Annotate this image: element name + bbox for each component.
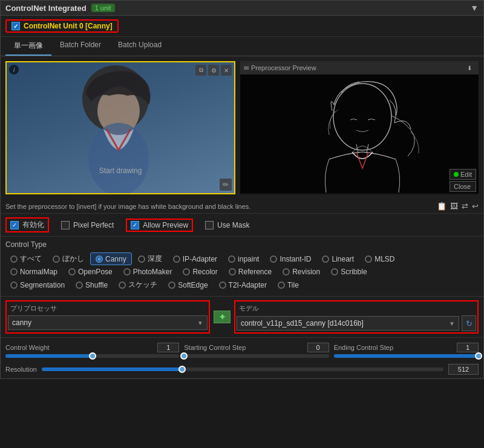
canvas-settings-btn[interactable]: ⚙ — [208, 65, 219, 76]
radio-shuffle[interactable]: Shuffle — [71, 278, 113, 291]
resolution-fill — [42, 367, 182, 371]
tab-single-image[interactable]: 単一画像 — [5, 37, 51, 56]
pixel-perfect-checkbox[interactable] — [61, 221, 70, 229]
radio-scribble-circle — [331, 268, 338, 275]
hint-copy-icon[interactable]: 📋 — [437, 202, 446, 211]
control-type-row2: NormalMap OpenPose PhotoMaker Recolor Re… — [5, 266, 479, 277]
canvas-info-icon: i — [9, 65, 19, 74]
control-weight-group: Control Weight 1 — [5, 343, 179, 358]
allow-preview-wrapper: ✓ Allow Preview — [126, 219, 193, 232]
radio-all[interactable]: すべて — [5, 252, 47, 265]
preview-header: ✉ Preprocessor Preview ⬇ — [240, 61, 479, 74]
radio-softedge[interactable]: SoftEdge — [163, 278, 212, 291]
radio-canny[interactable]: Canny — [90, 252, 132, 265]
app-container: ControlNet Integrated 1 unit ▼ ✓ Control… — [0, 0, 484, 379]
hint-swap-icon[interactable]: ⇄ — [462, 202, 468, 211]
hint-image-icon[interactable]: 🖼 — [450, 202, 458, 211]
radio-mlsd-circle — [365, 255, 372, 263]
resolution-value[interactable]: 512 — [448, 364, 479, 375]
ending-step-thumb — [475, 352, 482, 360]
pixel-perfect-text: Pixel Perfect — [73, 221, 114, 229]
radio-sketch-circle — [119, 282, 126, 289]
use-mask-label[interactable]: Use Mask — [205, 221, 249, 229]
svg-point-2 — [88, 123, 149, 193]
radio-revision[interactable]: Revision — [278, 266, 325, 277]
image-row: i ⧉ ⚙ ✕ ✏ Start drawing ✉ Preprocessor P… — [1, 56, 483, 199]
canvas-copy-btn[interactable]: ⧉ — [195, 65, 206, 76]
radio-normalmap-circle — [10, 268, 18, 275]
canvas-controls: ⧉ ⚙ ✕ — [195, 65, 232, 76]
radio-blur-circle — [53, 255, 60, 263]
model-refresh-button[interactable]: ↻ — [462, 315, 476, 331]
starting-step-group: Starting Control Step 0 — [184, 343, 329, 358]
radio-reference[interactable]: Reference — [224, 266, 276, 277]
radio-lineart-circle — [322, 255, 329, 263]
radio-normalmap[interactable]: NormalMap — [5, 266, 62, 277]
use-mask-checkbox[interactable] — [205, 221, 214, 229]
tab-batch-folder[interactable]: Batch Folder — [51, 37, 110, 56]
radio-mlsd[interactable]: MLSD — [360, 252, 399, 265]
radio-scribble[interactable]: Scribble — [326, 266, 371, 277]
ending-step-header: Ending Control Step 1 — [334, 343, 479, 352]
edit-green-dot-icon — [454, 172, 459, 177]
collapse-arrow-icon[interactable]: ▼ — [470, 3, 479, 13]
processor-select[interactable]: canny ▼ — [8, 315, 208, 330]
radio-openpose[interactable]: OpenPose — [64, 266, 117, 277]
radio-openpose-circle — [68, 268, 76, 275]
swap-button[interactable]: ✦ — [214, 311, 231, 323]
radio-inpaint-circle — [228, 255, 235, 263]
radio-tile[interactable]: Tile — [273, 278, 304, 291]
starting-step-value[interactable]: 0 — [307, 343, 329, 352]
starting-step-header: Starting Control Step 0 — [184, 343, 329, 352]
radio-depth[interactable]: 深度 — [133, 252, 167, 265]
control-weight-value[interactable]: 1 — [157, 343, 179, 352]
pixel-perfect-label[interactable]: Pixel Perfect — [61, 221, 114, 229]
radio-lineart[interactable]: Lineart — [317, 252, 359, 265]
radio-instant-id[interactable]: Instant-ID — [265, 252, 316, 265]
radio-segmentation[interactable]: Segmentation — [5, 278, 70, 291]
radio-ip-adapter-circle — [173, 255, 180, 263]
canvas-close-btn[interactable]: ✕ — [221, 65, 232, 76]
radio-photomaker[interactable]: PhotoMaker — [119, 266, 177, 277]
close-button[interactable]: Close — [450, 181, 476, 192]
main-content: i ⧉ ⚙ ✕ ✏ Start drawing ✉ Preprocessor P… — [1, 56, 483, 378]
ending-step-track[interactable] — [334, 354, 479, 358]
control-weight-track[interactable] — [5, 354, 179, 358]
model-select[interactable]: control_v11p_sd15_canny [d14c016b] ▼ — [237, 316, 459, 331]
preview-download-btn[interactable]: ⬇ — [464, 62, 475, 73]
starting-step-track[interactable] — [184, 354, 329, 358]
radio-reference-circle — [229, 268, 236, 275]
starting-step-label: Starting Control Step — [184, 344, 246, 351]
resolution-track[interactable] — [42, 367, 443, 371]
model-value: control_v11p_sd15_canny [d14c016b] — [241, 319, 364, 328]
processor-group: プリプロセッサ canny ▼ — [5, 300, 210, 334]
processor-value: canny — [12, 318, 31, 327]
unit-label-text: ControlNet Unit 0 [Canny] — [24, 22, 113, 30]
radio-blur[interactable]: ぼかし — [48, 252, 89, 265]
model-select-row: control_v11p_sd15_canny [d14c016b] ▼ ↻ — [237, 315, 476, 331]
hint-icons: 📋 🖼 ⇄ ↩ — [437, 202, 479, 211]
unit-label[interactable]: ✓ ControlNet Unit 0 [Canny] — [5, 19, 119, 33]
radio-sketch[interactable]: スケッチ — [114, 278, 162, 291]
edit-button[interactable]: Edit — [450, 169, 476, 180]
unit-enabled-checkbox[interactable]: ✓ — [11, 22, 20, 30]
allow-preview-checkbox[interactable]: ✓ — [131, 221, 139, 229]
yukoka-checkbox[interactable]: ✓ — [10, 221, 19, 229]
canvas-pen-btn[interactable]: ✏ — [220, 179, 232, 191]
radio-softedge-circle — [168, 282, 175, 289]
hint-refresh-icon[interactable]: ↩ — [472, 202, 479, 211]
unit-header: ✓ ControlNet Unit 0 [Canny] — [1, 16, 483, 37]
radio-t2i-adapter[interactable]: T2I-Adapter — [214, 278, 272, 291]
radio-inpaint[interactable]: inpaint — [223, 252, 264, 265]
edit-close-area: Edit Close — [450, 169, 476, 192]
ending-step-value[interactable]: 1 — [457, 343, 479, 352]
processor-label: プリプロセッサ — [8, 303, 208, 314]
tab-batch-upload[interactable]: Batch Upload — [110, 37, 170, 56]
swap-icon: ✦ — [218, 311, 226, 323]
processor-model-row: プリプロセッサ canny ▼ ✦ モデル control_v11p_sd15_… — [1, 297, 483, 338]
radio-ip-adapter[interactable]: IP-Adapter — [168, 252, 222, 265]
radio-depth-circle — [138, 255, 145, 263]
radio-recolor[interactable]: Recolor — [178, 266, 222, 277]
image-upload-area[interactable]: i ⧉ ⚙ ✕ ✏ Start drawing — [5, 61, 235, 194]
control-weight-label: Control Weight — [5, 344, 50, 351]
